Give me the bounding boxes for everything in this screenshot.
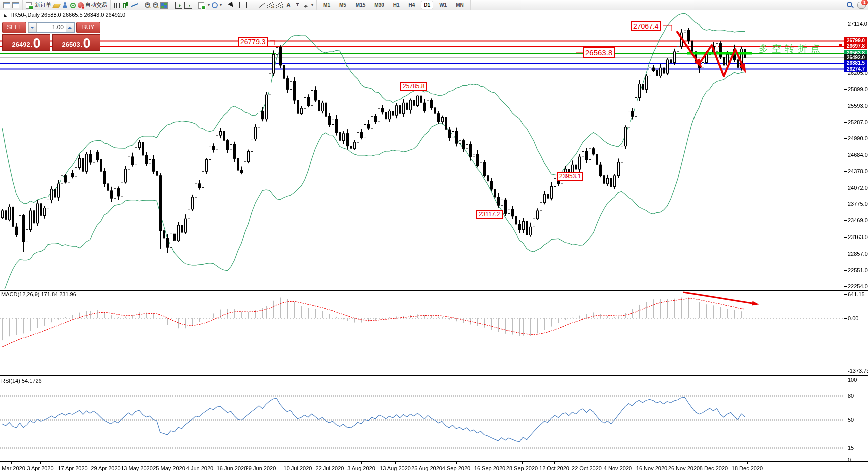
chart-shift-button[interactable] [184, 2, 192, 9]
timeframe-button-d1[interactable]: D1 [421, 1, 433, 9]
fibo-f-label: F [282, 6, 283, 8]
date-label[interactable]: 8 Dec 2020 [700, 465, 728, 471]
community-icon[interactable] [62, 2, 68, 8]
date-label[interactable]: 29 Jun 2020 [246, 465, 276, 471]
search-icon[interactable] [847, 2, 853, 8]
timeframe-button-h1[interactable]: H1 [390, 1, 403, 9]
profiles-icon[interactable] [12, 2, 19, 8]
date-label[interactable]: 29 Apr 2020 [91, 465, 120, 471]
turning-point-annotation: 多空转折点 [759, 42, 824, 55]
indicators-caret-icon[interactable]: ▾ [208, 3, 210, 7]
date-label[interactable]: 12 Oct 2020 [539, 465, 569, 471]
rsi-axis-label: 100 [848, 377, 857, 383]
timeframe-button-h4[interactable]: H4 [406, 1, 418, 9]
new-order-button[interactable]: 新订单 [26, 1, 51, 9]
price-tick-label: 24072.0 [848, 185, 868, 191]
new-order-label: 新订单 [35, 1, 51, 9]
date-label[interactable]: 17 Apr 2020 [58, 465, 87, 471]
fibonacci-button[interactable]: F [276, 2, 283, 8]
price-tick-label: 22857.0 [848, 251, 868, 257]
toolbar-group-zoom: + − [141, 0, 171, 10]
autotrading-button[interactable]: 自动交易 [78, 1, 107, 9]
date-label[interactable]: 16 Jun 2020 [217, 465, 247, 471]
arrows-caret-icon[interactable]: ▾ [311, 3, 313, 7]
autotrading-label: 自动交易 [85, 1, 107, 9]
cursor-button[interactable] [228, 2, 234, 8]
candlestick-button[interactable] [122, 2, 129, 8]
auto-scroll-button[interactable] [175, 2, 182, 9]
arrows-tool-button[interactable] [303, 2, 309, 8]
price-tick-label: 24684.0 [848, 152, 868, 158]
vertical-line-button[interactable] [245, 2, 248, 8]
date-label[interactable]: 4 Mar 2020 [0, 465, 25, 471]
rsi-axis-label: 0 [848, 457, 851, 463]
date-label[interactable]: 25 Aug 2020 [411, 465, 442, 471]
timeframe-button-m1[interactable]: M1 [320, 1, 333, 9]
date-label[interactable]: 28 Sep 2020 [506, 465, 538, 471]
toolbar-group-arrange [171, 0, 195, 10]
zoom-in-button[interactable]: + [144, 2, 150, 8]
date-label[interactable]: 4 Sep 2020 [442, 465, 470, 471]
date-label[interactable]: 3 Aug 2020 [347, 465, 375, 471]
date-label[interactable]: 4 Nov 2020 [604, 465, 632, 471]
price-tick-label: 23775.0 [848, 201, 868, 207]
new-chart-icon[interactable] [3, 2, 10, 8]
macd-axis-label: 0.00 [848, 315, 858, 321]
date-label[interactable]: 22 Jul 2020 [316, 465, 344, 471]
date-label[interactable]: 4 Jun 2020 [186, 465, 213, 471]
symbol-name: HK50-,Daily [10, 12, 40, 18]
chart-canvas[interactable] [0, 0, 868, 473]
tile-windows-button[interactable] [160, 2, 168, 9]
date-label[interactable]: 13 May 2020 [121, 465, 153, 471]
symbol-marker-icon: ◣ [4, 13, 7, 18]
sell-price-box[interactable]: 26492 . 0 [2, 34, 50, 51]
autotrading-icon [78, 2, 84, 8]
zoom-out-button[interactable]: − [152, 2, 158, 8]
buy-price-box[interactable]: 26503 . 0 [52, 34, 100, 51]
timeframe-button-m30[interactable]: M30 [371, 1, 387, 9]
horizontal-line-button[interactable] [250, 2, 257, 8]
rsi-axis-label: 50 [848, 417, 854, 423]
volume-increase-button[interactable] [66, 23, 74, 32]
periods-caret-icon[interactable]: ▾ [220, 3, 222, 7]
price-annotation-label: 23953.1 [557, 172, 583, 181]
periods-button[interactable] [212, 2, 218, 8]
toolbar-group-chart-type [111, 0, 141, 10]
date-label[interactable]: 3 Apr 2020 [27, 465, 53, 471]
date-label[interactable]: 18 Dec 2020 [732, 465, 763, 471]
volume-stepper: 1.00 [28, 22, 75, 33]
buy-price-big: 0 [83, 37, 90, 50]
sell-button[interactable]: SELL [2, 22, 26, 33]
new-order-icon [26, 2, 32, 9]
indicators-button[interactable] [198, 2, 204, 9]
volume-value[interactable]: 1.00 [37, 23, 66, 32]
text-label-button[interactable]: T [294, 1, 301, 9]
rsi-label: RSI(14) 54.1726 [1, 378, 42, 384]
toolbar-group-indicators: ▾ ▾ [195, 0, 225, 10]
notifications-icon[interactable]: 1 [857, 2, 866, 9]
timeframe-button-m5[interactable]: M5 [336, 1, 350, 9]
line-chart-button[interactable] [131, 2, 138, 8]
date-label[interactable]: 22 Oct 2020 [572, 465, 602, 471]
crosshair-button[interactable] [236, 2, 243, 8]
buy-button[interactable]: BUY [76, 22, 100, 33]
text-tool-button[interactable]: A [285, 2, 292, 8]
equidistant-channel-button[interactable]: E [267, 2, 274, 8]
bar-chart-button[interactable] [114, 3, 120, 8]
date-label[interactable]: 10 Jul 2020 [284, 465, 312, 471]
timeframe-button-w1[interactable]: W1 [436, 1, 450, 9]
date-label[interactable]: 26 Nov 2020 [668, 465, 700, 471]
signals-icon[interactable] [70, 3, 76, 8]
date-label[interactable]: 16 Nov 2020 [636, 465, 667, 471]
date-label[interactable]: 16 Sep 2020 [474, 465, 505, 471]
toolbar-group-drawing: E F A T ▾ [225, 0, 317, 10]
metaeditor-icon[interactable] [52, 4, 61, 8]
date-label[interactable]: 13 Aug 2020 [380, 465, 411, 471]
one-click-trading-panel: SELL 1.00 BUY 26492 . 0 26503 . 0 [2, 22, 100, 51]
timeframe-button-mn[interactable]: MN [453, 1, 467, 9]
macd-axis-label: 641.15 [848, 291, 865, 297]
timeframe-button-m15[interactable]: M15 [353, 1, 368, 9]
trendline-button[interactable] [259, 2, 265, 8]
date-label[interactable]: 25 May 2020 [153, 465, 185, 471]
volume-decrease-button[interactable] [28, 23, 37, 32]
